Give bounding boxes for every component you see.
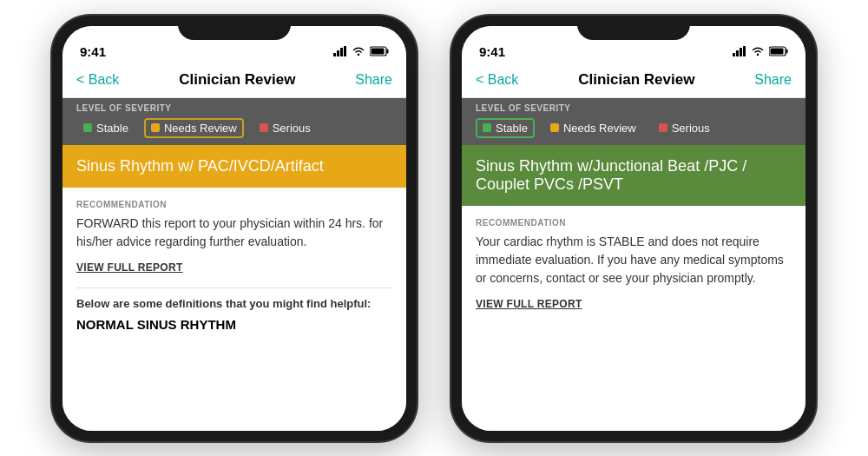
svg-rect-8 xyxy=(733,53,735,56)
battery-icon-1 xyxy=(370,46,389,59)
nav-bar-2: < Back Clinician Review Share xyxy=(462,64,806,98)
svg-rect-2 xyxy=(340,48,343,56)
severity-label-2: LEVEL OF SEVERITY xyxy=(476,103,792,113)
severity-serious-1[interactable]: Serious xyxy=(253,118,318,138)
view-full-report-2[interactable]: VIEW FULL REPORT xyxy=(476,298,792,310)
status-time-1: 9:41 xyxy=(80,44,106,59)
severity-label-1: LEVEL OF SEVERITY xyxy=(76,103,392,113)
svg-rect-6 xyxy=(387,49,389,53)
severity-needs-review-1[interactable]: Needs Review xyxy=(144,118,244,138)
svg-rect-14 xyxy=(786,49,788,53)
severity-stable-1[interactable]: Stable xyxy=(76,118,135,138)
phone-2: 9:41 xyxy=(451,16,816,441)
diagnosis-header-1: Sinus Rhythm w/ PAC/IVCD/Artifact xyxy=(62,145,406,188)
svg-point-4 xyxy=(358,53,359,55)
severity-options-2: Stable Needs Review Serious xyxy=(476,118,792,138)
recommendation-label-2: RECOMMENDATION xyxy=(476,218,792,228)
stable-label-2: Stable xyxy=(496,122,528,135)
content-area-2: RECOMMENDATION Your cardiac rhythm is ST… xyxy=(462,206,806,431)
nav-title-1: Clinician Review xyxy=(179,71,295,89)
recommendation-text-2: Your cardiac rhythm is STABLE and does n… xyxy=(476,233,792,287)
recommendation-label-1: RECOMMENDATION xyxy=(76,200,392,209)
serious-label-2: Serious xyxy=(672,122,710,135)
stable-dot-2 xyxy=(483,123,491,132)
serious-label-1: Serious xyxy=(273,122,311,135)
status-icons-2 xyxy=(733,46,788,59)
svg-rect-7 xyxy=(372,48,385,54)
severity-options-1: Stable Needs Review Serious xyxy=(76,118,392,138)
svg-rect-11 xyxy=(743,46,746,56)
status-icons-1 xyxy=(333,46,389,59)
phone-notch-2 xyxy=(577,16,690,40)
content-area-1: RECOMMENDATION FORWARD this report to yo… xyxy=(62,188,406,431)
view-full-report-1[interactable]: VIEW FULL REPORT xyxy=(76,261,392,274)
nav-bar-1: < Back Clinician Review Share xyxy=(62,64,406,98)
status-time-2: 9:41 xyxy=(479,44,505,59)
normal-sinus-heading-1: NORMAL SINUS RHYTHM xyxy=(76,317,392,332)
needs-review-label-2: Needs Review xyxy=(563,122,636,135)
stable-dot-1 xyxy=(83,123,92,132)
diagnosis-header-2: Sinus Rhythm w/Junctional Beat /PJC / Co… xyxy=(462,145,806,206)
svg-rect-3 xyxy=(344,46,346,56)
signal-icon-2 xyxy=(733,46,746,59)
back-button-2[interactable]: < Back xyxy=(476,72,518,88)
definitions-text-1: Below are some definitions that you migh… xyxy=(76,297,392,310)
back-button-1[interactable]: < Back xyxy=(76,72,119,88)
battery-icon-2 xyxy=(769,46,788,59)
share-button-2[interactable]: Share xyxy=(754,72,792,88)
recommendation-text-1: FORWARD this report to your physician wi… xyxy=(76,215,392,251)
phone-1: 9:41 xyxy=(52,16,417,441)
svg-rect-9 xyxy=(736,50,739,56)
svg-rect-15 xyxy=(771,48,784,54)
svg-rect-1 xyxy=(337,50,339,56)
wifi-icon-2 xyxy=(751,46,765,59)
severity-stable-2[interactable]: Stable xyxy=(476,118,535,138)
signal-icon-1 xyxy=(333,46,347,59)
nav-title-2: Clinician Review xyxy=(578,71,694,89)
phone-screen-1: 9:41 xyxy=(62,26,406,431)
svg-rect-0 xyxy=(333,53,336,56)
needs-review-dot-1 xyxy=(151,123,160,132)
svg-rect-10 xyxy=(740,48,742,56)
severity-section-2: LEVEL OF SEVERITY Stable Needs Review Se… xyxy=(462,98,806,145)
svg-point-12 xyxy=(757,53,759,55)
needs-review-label-1: Needs Review xyxy=(164,122,237,135)
phone-notch-1 xyxy=(178,16,291,40)
stable-label-1: Stable xyxy=(96,122,128,135)
divider-1 xyxy=(76,287,392,288)
share-button-1[interactable]: Share xyxy=(355,72,392,88)
needs-review-dot-2 xyxy=(550,123,559,132)
wifi-icon-1 xyxy=(352,46,365,59)
phone-screen-2: 9:41 xyxy=(462,26,806,431)
serious-dot-1 xyxy=(260,123,268,132)
severity-section-1: LEVEL OF SEVERITY Stable Needs Review Se… xyxy=(62,98,406,145)
serious-dot-2 xyxy=(659,123,667,132)
severity-needs-review-2[interactable]: Needs Review xyxy=(543,118,643,138)
severity-serious-2[interactable]: Serious xyxy=(652,118,717,138)
